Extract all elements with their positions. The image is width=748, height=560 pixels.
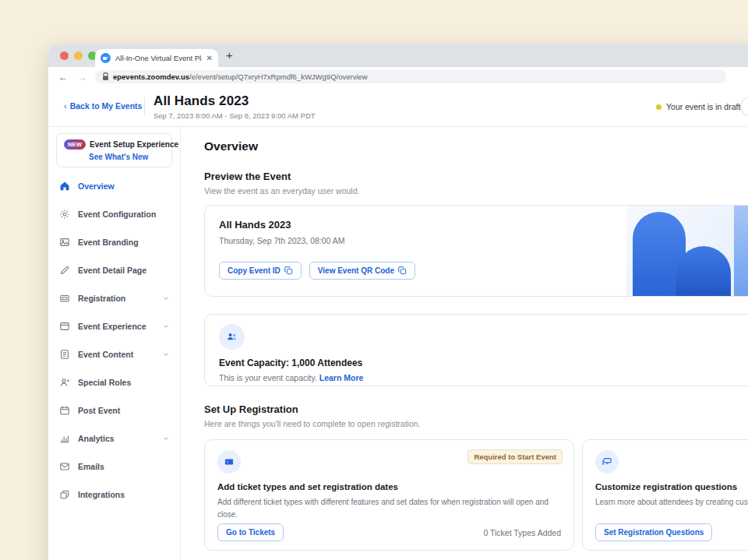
registration-section-subtitle: Here are things you'll need to complete … [204, 419, 748, 428]
chevron-left-icon: ‹ [64, 101, 67, 111]
tickets-task-card: Required to Start Event Add ticket types… [204, 439, 574, 551]
event-title: All Hands 2023 [153, 93, 249, 109]
draft-status: Your event is in draft [656, 102, 740, 111]
page-title: Overview [204, 139, 748, 153]
copy-event-id-label: Copy Event ID [228, 266, 280, 275]
copy-event-id-button[interactable]: Copy Event ID [219, 262, 302, 280]
capacity-title: Event Capacity: 1,000 Attendees [219, 357, 748, 368]
card-icon [59, 293, 70, 304]
draft-status-dot-icon [656, 104, 662, 110]
go-to-tickets-button[interactable]: Go to Tickets [217, 523, 284, 541]
sidebar-item-analytics[interactable]: Analytics [48, 424, 180, 453]
window-icon [59, 321, 70, 332]
sidebar-item-special-roles[interactable]: Special Roles [48, 368, 180, 396]
sidebar-item-label: Event Branding [78, 238, 139, 247]
draft-status-label: Your event is in draft [666, 102, 740, 111]
sidebar-item-label: Event Content [78, 350, 133, 359]
close-window-button[interactable] [60, 51, 69, 60]
sidebar-item-event-detail-page[interactable]: Event Detail Page [48, 256, 180, 284]
pencil-icon [59, 265, 70, 276]
questions-card-title: Customize registration questions [595, 482, 748, 491]
url-text: epevents.zoomdev.us/e/event/setup/Q7xryH… [113, 72, 368, 81]
sidebar-item-label: Registration [78, 294, 125, 303]
sidebar-item-emails[interactable]: Emails [48, 453, 180, 481]
sidebar-item-label: Special Roles [78, 378, 131, 387]
main-content: Overview Preview the Event View the even… [181, 127, 748, 560]
tickets-card-description: Add different ticket types with differen… [217, 496, 561, 520]
person-icon [59, 377, 70, 388]
questions-icon-circle [595, 450, 619, 474]
minimize-window-button[interactable] [74, 51, 83, 60]
sidebar-item-label: Event Configuration [78, 210, 156, 219]
learn-more-link[interactable]: Learn More [319, 373, 364, 382]
sidebar-item-event-experience[interactable]: Event Experience [48, 312, 180, 340]
go-to-tickets-label: Go to Tickets [226, 528, 275, 537]
questions-card-description: Learn more about attendees by creating c… [595, 496, 748, 509]
url-path: /e/event/setup/Q7xryH7xRpmdf6_kWJWg9Q/ov… [189, 72, 368, 81]
required-badge: Required to Start Event [468, 449, 563, 464]
zoom-favicon-icon [101, 53, 111, 63]
chevron-down-icon[interactable] [162, 350, 170, 358]
sidebar-item-label: Event Experience [78, 322, 146, 331]
chevron-down-icon[interactable] [162, 294, 170, 302]
integrations-icon [59, 489, 70, 500]
cover-strip-shape [734, 206, 748, 296]
bar-chart-icon [59, 433, 70, 444]
chevron-down-icon[interactable] [162, 435, 170, 442]
window-controls [60, 51, 97, 60]
whats-new-card[interactable]: NEW Event Setup Experience See What's Ne… [56, 133, 172, 167]
set-registration-questions-button[interactable]: Set Registration Questions [595, 523, 712, 541]
sidebar: NEW Event Setup Experience See What's Ne… [48, 127, 181, 560]
copy-icon [284, 266, 293, 275]
sidebar-item-label: Event Detail Page [78, 266, 146, 275]
header-divider [144, 97, 145, 116]
event-preview-card: All Hands 2023 Thursday, Sep 7th 2023, 0… [204, 205, 748, 297]
registration-questions-task-card: Customize registration questions Learn m… [582, 439, 748, 551]
sidebar-item-event-content[interactable]: Event Content [48, 340, 180, 368]
address-bar[interactable]: epevents.zoomdev.us/e/event/setup/Q7xryH… [95, 70, 726, 83]
home-icon [59, 181, 70, 192]
tickets-card-title: Add ticket types and set registration da… [217, 482, 561, 491]
capacity-icon-circle [219, 324, 245, 350]
tab-close-icon[interactable]: ✕ [206, 55, 213, 62]
browser-toolbar: ← → ↻ epevents.zoomdev.us/e/event/setup/… [48, 67, 748, 86]
sidebar-item-label: Post Event [78, 406, 120, 415]
sidebar-nav: Overview Event Configuration Event Brand… [48, 172, 180, 509]
chat-bubbles-icon [602, 456, 612, 467]
registration-cards-row: Required to Start Event Add ticket types… [204, 439, 748, 551]
sidebar-item-event-configuration[interactable]: Event Configuration [48, 200, 180, 228]
gear-icon [59, 209, 70, 220]
event-cover-art [626, 206, 748, 296]
ticket-types-count: 0 Ticket Types Added [483, 528, 561, 537]
sidebar-item-label: Overview [78, 181, 115, 191]
preview-section-subtitle: View the event as an everyday user would… [204, 186, 748, 195]
browser-tab-strip: All-In-One Virtual Event Platfo ✕ + [48, 44, 748, 67]
copy-icon [398, 266, 407, 275]
capacity-subtitle: This is your event capacity. Learn More [219, 373, 748, 382]
sidebar-item-integrations[interactable]: Integrations [48, 481, 180, 509]
image-icon [59, 237, 70, 248]
browser-window: All-In-One Virtual Event Platfo ✕ + ← → … [48, 44, 748, 560]
sidebar-item-label: Emails [78, 462, 104, 471]
event-capacity-card: Event Capacity: 1,000 Attendees This is … [204, 314, 748, 386]
browser-tab[interactable]: All-In-One Virtual Event Platfo ✕ [95, 49, 218, 67]
ticket-icon [224, 456, 235, 467]
sidebar-item-event-branding[interactable]: Event Branding [48, 228, 180, 256]
registration-section-title: Set Up Registration [204, 403, 748, 415]
envelope-icon [59, 461, 70, 472]
back-link-label: Back to My Events [70, 101, 143, 111]
forward-icon[interactable]: → [78, 72, 87, 83]
view-event-qr-code-button[interactable]: View Event QR Code [309, 262, 415, 280]
sidebar-item-label: Analytics [78, 434, 115, 443]
back-icon[interactable]: ← [58, 72, 68, 83]
event-date-range: Sep 7, 2023 8:00 AM - Sep 8, 2023 9:00 A… [153, 111, 316, 120]
chevron-down-icon[interactable] [162, 322, 170, 330]
sidebar-item-registration[interactable]: Registration [48, 284, 180, 312]
back-to-my-events-link[interactable]: ‹ Back to My Events [64, 101, 142, 111]
sidebar-item-post-event[interactable]: Post Event [48, 396, 180, 424]
sidebar-item-overview[interactable]: Overview [48, 172, 180, 200]
header-action-button[interactable] [740, 97, 748, 117]
event-header: ‹ Back to My Events All Hands 2023 Sep 7… [48, 86, 748, 127]
new-tab-button[interactable]: + [226, 48, 233, 62]
see-whats-new-link[interactable]: See What's New [89, 153, 164, 161]
